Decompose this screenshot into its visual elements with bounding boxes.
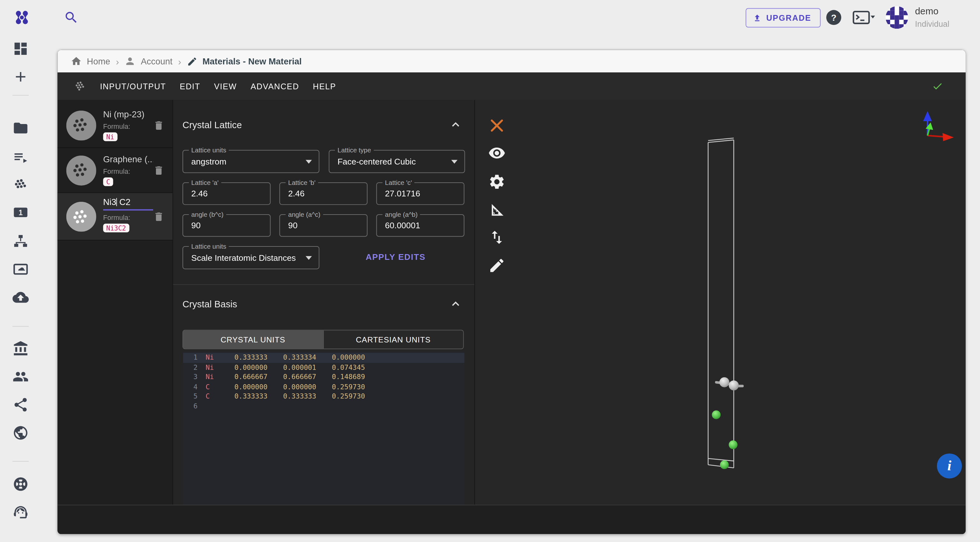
formula-label: Formula:: [103, 167, 130, 175]
basis-row[interactable]: 1Ni 0.3333330.3333340.000000: [183, 353, 465, 363]
basis-row[interactable]: 3Ni 0.6666670.6666670.148689: [183, 372, 465, 382]
user-plan: Individual: [915, 19, 950, 29]
delete-material-icon[interactable]: [153, 165, 164, 176]
upload-arrow-icon: [752, 13, 762, 22]
app-root: UPGRADE ? demo In: [0, 0, 980, 542]
tab-crystal-units[interactable]: CRYSTAL UNITS: [183, 330, 323, 349]
edit-pencil-icon[interactable]: [488, 257, 506, 274]
viewer-3d-canvas[interactable]: i: [474, 100, 966, 505]
material-name-input[interactable]: Ni3 C2: [103, 197, 130, 207]
menu-help[interactable]: HELP: [313, 82, 336, 91]
basis-row[interactable]: 2Ni 0.0000000.0000010.074345: [183, 363, 465, 372]
breadcrumb-home[interactable]: Home: [70, 55, 110, 67]
axes-gizmo: [906, 106, 963, 144]
formula-label: Formula:: [103, 214, 130, 221]
scale-mode-select[interactable]: Lattice unitsScale Interatomic Distances: [183, 246, 319, 269]
editor-menu-bar: INPUT/OUTPUT EDIT VIEW ADVANCED HELP: [57, 72, 966, 100]
material-thumbnail: [66, 201, 96, 231]
tab-cartesian-units[interactable]: CARTESIAN UNITS: [323, 330, 463, 349]
delete-material-icon[interactable]: [153, 120, 164, 131]
lattice-type-select[interactable]: Lattice typeFace-centered Cubic: [329, 150, 465, 173]
basis-code-editor[interactable]: 1Ni 0.3333330.3333340.000000 2Ni 0.00000…: [183, 352, 465, 505]
dropdown-arrow-icon: [305, 160, 312, 163]
user-avatar[interactable]: [886, 6, 908, 29]
delete-material-icon[interactable]: [153, 211, 164, 222]
save-check-icon[interactable]: [932, 81, 943, 92]
upgrade-label: UPGRADE: [766, 13, 811, 22]
basis-row[interactable]: 6: [183, 401, 465, 411]
globe-icon[interactable]: [13, 425, 29, 441]
angle-ab-input[interactable]: angle (a^b)60.00001: [376, 214, 464, 237]
info-button[interactable]: i: [937, 453, 962, 478]
basis-row[interactable]: 5C 0.3333330.3333330.259730: [183, 391, 465, 401]
workflows-tree-icon[interactable]: [13, 233, 29, 249]
input-focus-underline: [103, 209, 153, 211]
formula-chip: C: [103, 177, 113, 186]
bank-card-icon[interactable]: 1: [13, 204, 29, 220]
basis-units-tabs: CRYSTAL UNITS CARTESIAN UNITS: [183, 330, 464, 349]
lattice-c-input[interactable]: Lattice 'c'27.01716: [376, 182, 464, 205]
lattice-a-input[interactable]: Lattice 'a'2.46: [183, 182, 270, 205]
atom-gray: [729, 380, 738, 390]
dashboard-icon[interactable]: [13, 41, 29, 57]
material-thumbnail: [66, 110, 96, 140]
measure-ruler-icon[interactable]: [488, 201, 506, 219]
angle-bc-input[interactable]: angle (b^c)90: [183, 214, 270, 237]
angle-ac-input[interactable]: angle (a^c)90: [280, 214, 368, 237]
collapse-basis-icon[interactable]: [451, 299, 461, 309]
person-icon: [125, 55, 136, 67]
apply-edits-button[interactable]: APPLY EDITS: [366, 252, 426, 262]
unit-cell-scene: [475, 100, 966, 505]
atom-green: [720, 460, 729, 469]
menu-edit[interactable]: EDIT: [180, 82, 200, 91]
menu-input-output[interactable]: INPUT/OUTPUT: [100, 82, 166, 91]
molecule-menu-icon: [74, 80, 86, 92]
team-people-icon[interactable]: [13, 369, 29, 385]
basis-row[interactable]: 4C 0.0000000.0000000.259730: [183, 382, 465, 391]
lattice-b-input[interactable]: Lattice 'b'2.46: [280, 182, 368, 205]
close-viewer-icon[interactable]: [488, 117, 506, 134]
materials-molecule-icon[interactable]: [13, 177, 29, 193]
pencil-icon: [187, 56, 197, 66]
help-icon[interactable]: ?: [826, 10, 841, 25]
collapse-lattice-icon[interactable]: [451, 120, 461, 130]
dropdown-arrow-icon: [452, 160, 458, 163]
material-thumbnail: [66, 155, 96, 185]
app-logo-icon[interactable]: [13, 9, 30, 26]
chevron-right-icon: ›: [178, 56, 181, 66]
jobs-playlist-icon[interactable]: [13, 149, 29, 165]
support-agent-icon[interactable]: [13, 504, 29, 520]
material-item-ni3c2-selected[interactable]: Ni3 C2 Formula: Ni3C2: [57, 193, 172, 240]
projects-folder-icon[interactable]: [13, 120, 29, 136]
atom-green: [729, 440, 737, 449]
sidebar-divider: [13, 95, 29, 96]
add-new-icon[interactable]: [13, 69, 29, 85]
atom-green: [712, 410, 721, 419]
breadcrumb-label: Account: [141, 56, 173, 66]
media-images-icon[interactable]: [13, 261, 29, 277]
search-icon[interactable]: [64, 10, 79, 25]
material-item-graphene[interactable]: Graphene (... Formula: C: [57, 148, 172, 193]
dropdown-arrow-icon: [305, 256, 312, 260]
upgrade-button[interactable]: UPGRADE: [746, 8, 821, 27]
swap-axes-icon[interactable]: [488, 228, 506, 246]
lattice-units-select[interactable]: Lattice unitsangstrom: [183, 150, 319, 173]
designer-content: Ni (mp-23) Formula: Ni Graphene (...: [57, 100, 966, 505]
cloud-upload-icon[interactable]: [13, 289, 29, 306]
formula-chip: Ni3C2: [103, 223, 129, 232]
menu-advanced[interactable]: ADVANCED: [250, 82, 299, 91]
share-icon[interactable]: [13, 396, 29, 413]
breadcrumb-label: Home: [87, 56, 110, 66]
designer-card: Home › Account › Materials - New Materia…: [57, 50, 966, 534]
helm-support-icon[interactable]: [13, 476, 29, 492]
institution-bank-icon[interactable]: [13, 341, 29, 357]
visibility-eye-icon[interactable]: [488, 144, 506, 162]
section-divider: [173, 284, 474, 285]
settings-gear-icon[interactable]: [488, 173, 506, 191]
materials-list: Ni (mp-23) Formula: Ni Graphene (...: [57, 100, 173, 505]
terminal-menu-icon[interactable]: [853, 11, 875, 24]
atom-gray: [719, 377, 729, 387]
breadcrumb-account[interactable]: Account: [125, 55, 173, 67]
menu-view[interactable]: VIEW: [214, 82, 237, 91]
material-item-ni[interactable]: Ni (mp-23) Formula: Ni: [57, 103, 172, 148]
